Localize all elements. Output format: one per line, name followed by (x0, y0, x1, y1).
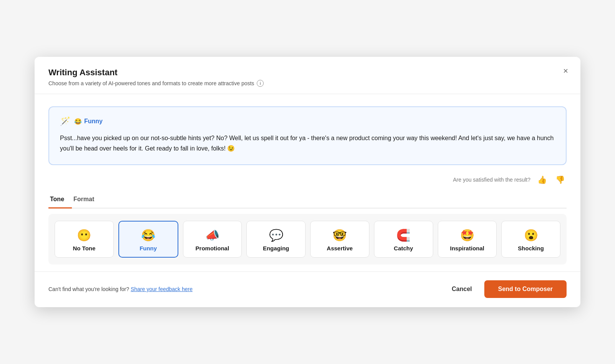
tone-name: Funny (140, 245, 157, 251)
tone-card-engaging[interactable]: 💬Engaging (246, 221, 306, 258)
tone-name: Catchy (394, 245, 413, 251)
thumbdown-button[interactable]: 👎 (554, 174, 567, 185)
thumbup-button[interactable]: 👍 (536, 174, 549, 185)
modal-subtitle: Choose from a variety of AI-powered tone… (48, 80, 567, 87)
send-to-composer-button[interactable]: Send to Composer (484, 280, 567, 298)
satisfaction-label: Are you satisfied with the result? (453, 177, 530, 183)
result-card: 🪄 😂 Funny Psst...have you picked up on o… (48, 106, 567, 165)
modal-title: Writing Assistant (48, 68, 567, 78)
tone-emoji: 📣 (205, 228, 219, 242)
close-button[interactable]: × (562, 65, 570, 77)
tone-card-funny[interactable]: 😂Funny (118, 221, 178, 258)
tone-card-catchy[interactable]: 🧲Catchy (374, 221, 433, 258)
tone-name: No Tone (73, 245, 95, 251)
tone-name: Engaging (263, 245, 289, 251)
tone-emoji: 😶 (77, 228, 91, 242)
tabs-row: Tone Format (48, 192, 567, 208)
tab-format[interactable]: Format (72, 192, 102, 208)
wand-icon: 🪄 (60, 116, 70, 126)
result-tone-emoji: 😂 (74, 118, 82, 125)
result-tone-name: Funny (84, 118, 103, 125)
tone-emoji: 🤩 (460, 228, 474, 242)
tone-emoji: 😮 (524, 228, 538, 242)
tone-emoji: 🧲 (396, 228, 411, 242)
tone-emoji: 🤓 (332, 228, 347, 242)
satisfaction-row: Are you satisfied with the result? 👍 👎 (48, 172, 567, 192)
tone-emoji: 💬 (269, 228, 283, 242)
tab-tone[interactable]: Tone (48, 192, 72, 208)
tone-card-promotional[interactable]: 📣Promotional (183, 221, 242, 258)
tone-name: Inspirational (450, 245, 484, 251)
tone-card-shocking[interactable]: 😮Shocking (501, 221, 560, 258)
tone-card-inspirational[interactable]: 🤩Inspirational (438, 221, 497, 258)
tone-name: Assertive (327, 245, 353, 251)
tone-options-section: 😶No Tone😂Funny📣Promotional💬Engaging🤓Asse… (48, 214, 567, 265)
feedback-link[interactable]: Share your feedback here (131, 286, 193, 292)
modal-footer: Can't find what you're looking for? Shar… (35, 271, 580, 307)
tone-emoji: 😂 (141, 228, 155, 242)
result-text: Psst...have you picked up on our not-so-… (60, 133, 555, 154)
modal-header: Writing Assistant Choose from a variety … (35, 57, 580, 94)
tone-name: Promotional (196, 245, 229, 251)
modal-body: 🪄 😂 Funny Psst...have you picked up on o… (35, 94, 580, 265)
writing-assistant-modal: Writing Assistant Choose from a variety … (35, 57, 580, 307)
tone-card-assertive[interactable]: 🤓Assertive (310, 221, 369, 258)
tone-name: Shocking (518, 245, 544, 251)
footer-actions: Cancel Send to Composer (445, 280, 567, 298)
result-tone-label: 😂 Funny (74, 118, 103, 125)
feedback-text: Can't find what you're looking for? Shar… (48, 286, 193, 292)
info-icon[interactable]: i (257, 80, 264, 87)
tone-card-no-tone[interactable]: 😶No Tone (55, 221, 114, 258)
cancel-button[interactable]: Cancel (445, 282, 479, 296)
result-card-header: 🪄 😂 Funny (60, 116, 555, 126)
